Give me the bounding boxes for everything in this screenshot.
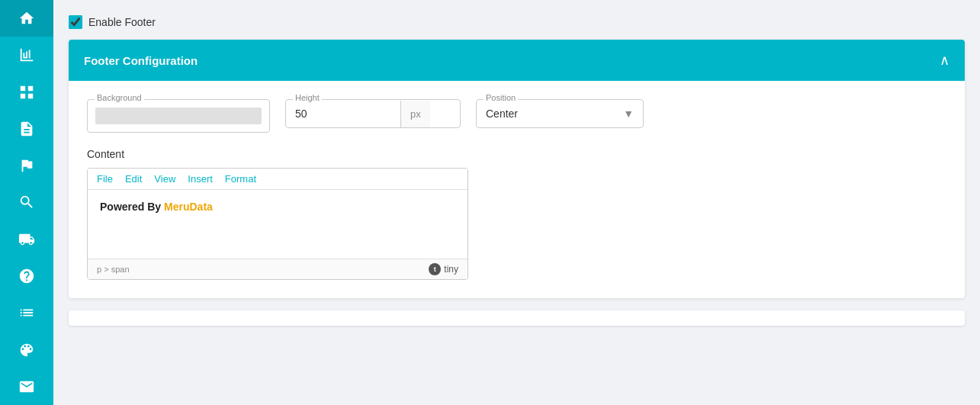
background-color-picker[interactable]: [87, 99, 270, 133]
card-header-title: Footer Configuration: [84, 54, 198, 67]
tiny-icon: t: [429, 263, 441, 275]
brand-name-text: MeruData: [164, 201, 213, 213]
card-body: Background Height px Position: [69, 81, 965, 298]
sidebar-item-tool[interactable]: [0, 184, 53, 220]
sidebar-item-help[interactable]: [0, 258, 53, 294]
dropdown-arrow-icon: ▼: [623, 108, 634, 120]
sidebar-item-chart[interactable]: [0, 37, 53, 73]
height-label: Height: [293, 93, 322, 102]
enable-footer-checkbox[interactable]: [69, 15, 82, 29]
sidebar-item-box[interactable]: [0, 221, 53, 258]
footer-config-card: Footer Configuration ∧ Background Height: [69, 40, 965, 298]
chevron-up-icon[interactable]: ∧: [940, 52, 949, 69]
sidebar-item-list[interactable]: [0, 294, 53, 331]
enable-footer-label: Enable Footer: [88, 16, 156, 28]
height-unit: px: [400, 101, 430, 127]
toolbar-format[interactable]: Format: [225, 173, 256, 185]
editor-path-label: p > span: [97, 265, 130, 274]
enable-footer-row: Enable Footer: [69, 15, 965, 29]
sidebar-item-mail[interactable]: [0, 368, 53, 405]
toolbar-insert[interactable]: Insert: [188, 173, 213, 185]
height-field: Height px: [285, 99, 461, 128]
background-field: Background: [87, 99, 270, 133]
background-label: Background: [95, 93, 144, 102]
content-editor: File Edit View Insert Format Powered By …: [87, 168, 468, 280]
editor-body[interactable]: Powered By MeruData: [88, 190, 468, 259]
height-input-wrapper: px: [285, 99, 461, 128]
position-field: Position Center ▼: [476, 99, 644, 128]
position-value: Center: [486, 108, 518, 120]
sidebar: [0, 0, 53, 405]
sidebar-item-home[interactable]: [0, 0, 53, 37]
position-label: Position: [484, 93, 518, 102]
height-input[interactable]: [286, 100, 400, 127]
bottom-card: [69, 310, 965, 326]
sidebar-item-grid[interactable]: [0, 74, 53, 111]
toolbar-edit[interactable]: Edit: [125, 173, 142, 185]
editor-toolbar: File Edit View Insert Format: [88, 169, 468, 190]
toolbar-file[interactable]: File: [97, 173, 113, 185]
background-color-swatch: [95, 108, 262, 124]
powered-by-text: Powered By MeruData: [100, 201, 213, 213]
position-select[interactable]: Center ▼: [476, 99, 644, 128]
editor-footer: p > span t tiny: [88, 259, 468, 279]
tiny-branding: t tiny: [429, 263, 458, 275]
form-row-fields: Background Height px Position: [87, 99, 946, 133]
sidebar-item-document[interactable]: [0, 111, 53, 147]
editor-content-text: Powered By MeruData: [100, 201, 455, 213]
sidebar-item-palette[interactable]: [0, 331, 53, 368]
toolbar-view[interactable]: View: [154, 173, 175, 185]
card-header: Footer Configuration ∧: [69, 40, 965, 81]
content-section-label: Content: [87, 148, 946, 160]
tiny-label: tiny: [444, 264, 458, 275]
sidebar-item-flag[interactable]: [0, 147, 53, 184]
main-content: Enable Footer Footer Configuration ∧ Bac…: [53, 0, 980, 405]
